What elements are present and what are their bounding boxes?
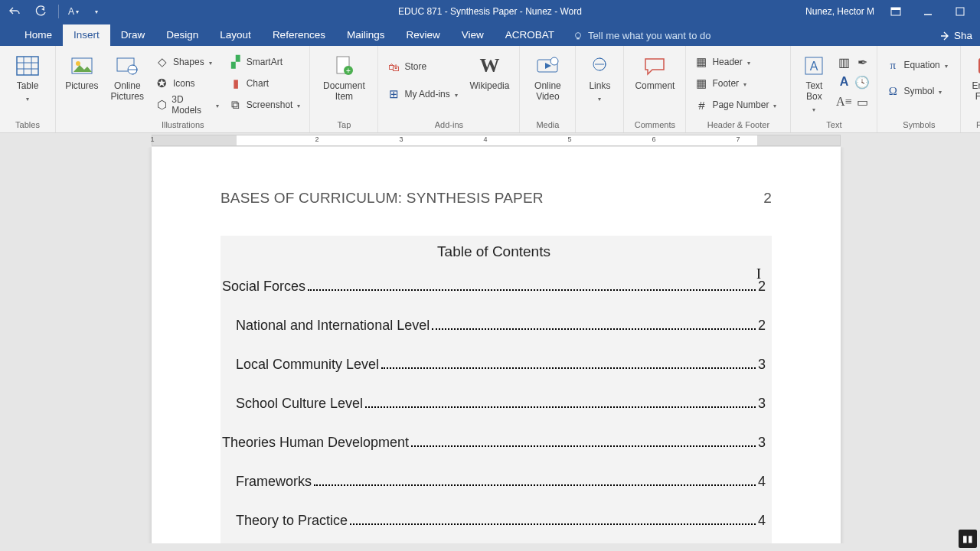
ruler-mark: 4 (483, 135, 487, 143)
tell-me-placeholder: Tell me what you want to do (588, 30, 710, 41)
tab-design[interactable]: Design (155, 24, 209, 46)
date-time-button[interactable]: 🕓 (854, 73, 871, 90)
chart-button[interactable]: ▮Chart (227, 75, 304, 92)
quick-parts-button[interactable]: ▥ (835, 54, 852, 70)
equation-label: Equation (903, 60, 939, 70)
toc-page: 3 (758, 396, 766, 412)
tab-acrobat[interactable]: ACROBAT (495, 24, 565, 46)
toc-text: Theory to Practice (236, 513, 348, 529)
wikipedia-icon: W (477, 54, 501, 78)
font-quick-button[interactable]: A▾ (68, 3, 79, 20)
toc-entry[interactable]: School Culture Level3 (222, 396, 766, 412)
group-label-text: Text (797, 120, 871, 131)
smartart-icon: ▞ (230, 56, 242, 68)
tab-layout[interactable]: Layout (209, 24, 262, 46)
user-name[interactable]: Nunez, Hector M (805, 6, 874, 17)
toc-entry[interactable]: Local Community Level3 (222, 357, 766, 373)
embed-flash-button[interactable]: f Embed Flash (967, 52, 980, 103)
quick-access-toolbar: A▾ ▾ (0, 3, 105, 20)
group-label-hf: Header & Footer (692, 120, 784, 131)
table-button[interactable]: Table (6, 52, 49, 103)
links-button[interactable]: Links (582, 52, 617, 103)
drop-cap-button[interactable]: A≡ (835, 93, 852, 110)
screenshot-button[interactable]: ⧉Screenshot (227, 96, 304, 113)
pi-icon: π (887, 59, 899, 71)
tab-references[interactable]: References (262, 24, 336, 46)
footer-button[interactable]: ▦Footer (692, 75, 784, 92)
svg-rect-3 (956, 8, 964, 15)
icons-button[interactable]: ✪Icons (153, 75, 222, 92)
page-number-icon: # (695, 99, 707, 111)
group-label-media: Media (526, 120, 569, 131)
group-label-links (582, 120, 617, 131)
comment-button[interactable]: Comment (630, 52, 679, 92)
group-label-tables: Tables (6, 120, 49, 131)
toc-text: Social Forces (222, 279, 305, 295)
qat-more-button[interactable]: ▾ (88, 3, 105, 20)
maximize-button[interactable] (949, 1, 971, 22)
text-box-button[interactable]: A Text Box (797, 52, 831, 113)
svg-rect-5 (577, 37, 580, 39)
object-button[interactable]: ▭ (854, 93, 871, 110)
pause-button[interactable]: ▮▮ (959, 530, 977, 548)
svg-rect-6 (17, 57, 38, 75)
toc-page: 4 (758, 513, 766, 529)
toc-entry[interactable]: National and International Level2 (222, 318, 766, 334)
header-page-number: 2 (763, 190, 772, 207)
tab-mailings[interactable]: Mailings (336, 24, 396, 46)
toc-entry[interactable]: Frameworks4 (222, 474, 766, 490)
tab-home[interactable]: Home (14, 24, 63, 46)
store-button[interactable]: 🛍Store (384, 58, 461, 75)
toc-text: Theories Human Development (222, 435, 409, 451)
document-item-button[interactable]: + Document Item (316, 52, 371, 103)
toc-entry[interactable]: Theory to Practice4 (222, 513, 766, 529)
toc-entry[interactable]: Theories Human Development3 (222, 435, 766, 451)
tab-review[interactable]: Review (395, 24, 450, 46)
running-header: BASES OF CURRICULUM: SYNTHESIS PAPER 2 (220, 190, 772, 207)
ribbon-display-button[interactable] (885, 1, 906, 22)
page-number-button[interactable]: #Page Number (692, 96, 784, 113)
tab-insert[interactable]: Insert (63, 24, 110, 46)
table-of-contents[interactable]: Table of Contents Social Forces2 Nationa… (220, 236, 772, 543)
pictures-label: Pictures (65, 81, 98, 92)
undo-button[interactable] (6, 3, 23, 20)
redo-button[interactable] (32, 3, 49, 20)
ribbon-insert: Table Tables Pictures Online Pictures ◇S… (0, 46, 980, 133)
chart-icon: ▮ (230, 77, 242, 90)
online-video-button[interactable]: Online Video (526, 52, 569, 103)
toc-entry[interactable]: Social Forces2 (222, 279, 766, 295)
tab-view[interactable]: View (451, 24, 495, 46)
text-cursor-icon (756, 266, 766, 280)
icons-label: Icons (173, 78, 195, 89)
group-tables: Table Tables (0, 46, 56, 132)
shapes-button[interactable]: ◇Shapes (153, 54, 222, 70)
running-head-text: BASES OF CURRICULUM: SYNTHESIS PAPER (220, 190, 544, 207)
group-label-illustrations: Illustrations (62, 120, 303, 131)
toc-text: Local Community Level (236, 357, 379, 373)
header-button[interactable]: ▦Header (692, 54, 784, 70)
wikipedia-button[interactable]: W Wikipedia (466, 52, 513, 92)
document-area[interactable]: BASES OF CURRICULUM: SYNTHESIS PAPER 2 T… (0, 147, 980, 543)
online-pictures-button[interactable]: Online Pictures (106, 52, 149, 103)
signature-line-button[interactable]: ✒ (854, 54, 871, 70)
share-label: Sha (954, 30, 972, 41)
tell-me-search[interactable]: Tell me what you want to do (565, 25, 718, 46)
document-item-icon: + (332, 54, 356, 78)
share-button[interactable]: Sha (931, 25, 980, 46)
equation-button[interactable]: πEquation (884, 57, 954, 73)
toc-text: School Culture Level (236, 396, 363, 412)
group-flash: f Embed Flash Flash (961, 46, 980, 132)
pictures-button[interactable]: Pictures (62, 52, 102, 92)
tab-draw[interactable]: Draw (110, 24, 156, 46)
symbol-button[interactable]: ΩSymbol (884, 83, 954, 99)
minimize-button[interactable] (917, 1, 939, 22)
horizontal-ruler[interactable]: 1 2 3 4 5 6 7 (0, 133, 980, 147)
my-addins-button[interactable]: ⊞My Add-ins (384, 86, 461, 103)
smartart-button[interactable]: ▞SmartArt (227, 54, 304, 70)
links-label: Links (589, 81, 610, 92)
group-label-tap: Tap (316, 120, 371, 131)
ruler-mark: 6 (652, 135, 655, 143)
wordart-button[interactable]: A (835, 73, 852, 90)
3d-models-button[interactable]: ⬡3D Models (153, 96, 222, 113)
page[interactable]: BASES OF CURRICULUM: SYNTHESIS PAPER 2 T… (152, 147, 841, 543)
